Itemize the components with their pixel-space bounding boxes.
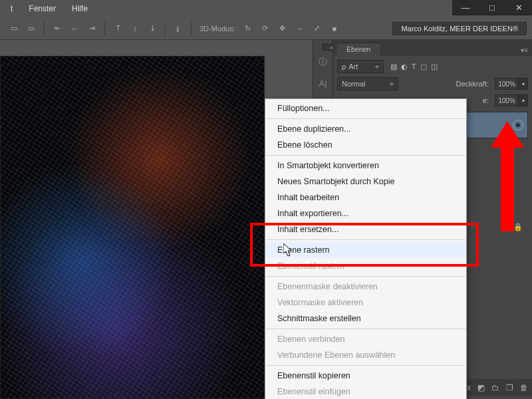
separator [165, 21, 166, 36]
info-panel-icon[interactable]: ⓘ [317, 56, 329, 68]
tab-ebenen[interactable]: Ebenen [337, 43, 380, 56]
minimize-button[interactable]: — [452, 0, 479, 15]
panel-tabs: Ebenen ▾≡ [333, 40, 532, 56]
menu-separator [266, 329, 466, 329]
filter-adjust-icon[interactable]: ◐ [401, 63, 408, 71]
menu-separator [266, 155, 466, 156]
ctx-item-6[interactable]: Neues Smartobjekt durch Kopie [265, 174, 466, 190]
separator [191, 21, 192, 36]
align-center-h-icon[interactable]: ↔ [67, 21, 82, 36]
close-button[interactable]: ✕ [505, 0, 532, 15]
opacity-value: 100% [495, 78, 519, 90]
options-bar: ▭ ▭ ⇤ ↔ ⇥ ⤒ ↕ ⤓ ⫿ 3D-Modus: ↻ ⟳ ✥ ↔ ⤢ ■ … [0, 17, 532, 40]
distribute-icon[interactable]: ⫿ [171, 21, 186, 36]
layer-filter-select[interactable]: ρ Art ÷ [337, 60, 384, 73]
visibility-toggle-icon[interactable] [513, 120, 523, 130]
mode3d-zoom-icon[interactable]: ⤢ [310, 21, 325, 36]
layer-mask-icon[interactable]: ◩ [477, 383, 485, 392]
mode3d-camera-icon[interactable]: ■ [327, 21, 342, 36]
ctx-item-12: Ebenenstil rastern [265, 258, 466, 274]
ctx-item-2[interactable]: Ebene duplizieren... [265, 121, 466, 137]
panel-menu-icon[interactable]: ▾≡ [517, 45, 532, 56]
filter-shape-icon[interactable]: ▢ [420, 63, 427, 71]
menu-truncated[interactable]: t [3, 1, 21, 16]
filter-smart-icon[interactable]: ◫ [431, 63, 438, 71]
menu-hilfe[interactable]: Hilfe [64, 1, 96, 16]
new-layer-icon[interactable]: ❐ [506, 383, 513, 392]
align-left-icon[interactable]: ⇤ [50, 21, 65, 36]
ctx-item-0[interactable]: Fülloptionen... [265, 100, 466, 116]
opacity-label: Deckkraft: [456, 80, 489, 88]
fill-dropdown-icon[interactable]: ▾ [519, 94, 528, 106]
canvas[interactable] [0, 56, 265, 399]
fill-value: 100% [495, 94, 519, 106]
mode3d-roll-icon[interactable]: ⟳ [258, 21, 273, 36]
align-right-icon[interactable]: ⇥ [84, 21, 99, 36]
menu-separator [266, 365, 466, 366]
ctx-item-3[interactable]: Ebene löschen [265, 137, 466, 153]
layer-filter-value: Art [348, 63, 358, 70]
opacity-dropdown-icon[interactable]: ▾ [519, 78, 528, 90]
window-controls: — □ ✕ [452, 0, 532, 15]
opt-icon-2[interactable]: ▭ [24, 21, 39, 36]
align-center-v-icon[interactable]: ↕ [128, 21, 142, 36]
separator [44, 21, 45, 36]
fill-field[interactable]: 100% ▾ [493, 94, 528, 106]
ctx-item-16[interactable]: Schnittmaske erstellen [265, 311, 466, 327]
menu-separator [266, 118, 466, 119]
new-group-icon[interactable]: 🗀 [491, 383, 499, 392]
maximize-button[interactable]: □ [479, 0, 505, 15]
blend-mode-select[interactable]: Normal÷ [337, 77, 398, 90]
mode3d-label: 3D-Modus: [200, 25, 235, 33]
align-top-icon[interactable]: ⤒ [110, 21, 125, 36]
ctx-item-5[interactable]: In Smartobjekt konvertieren [265, 158, 466, 174]
filter-type-icon[interactable]: T [412, 63, 416, 71]
ctx-item-18: Ebenen verbinden [265, 331, 466, 347]
ctx-item-22: Ebenenstil einfügen [265, 384, 466, 399]
menu-separator [266, 239, 466, 240]
lock-icon[interactable]: 🔒 [513, 223, 523, 231]
filter-image-icon[interactable]: ▧ [390, 63, 397, 71]
mode3d-slide-icon[interactable]: ↔ [293, 21, 307, 36]
fill-label: e: [483, 96, 489, 104]
blend-mode-value: Normal [342, 80, 365, 88]
ctx-item-7[interactable]: Inhalt bearbeiten [265, 190, 466, 205]
mode3d-rotate-icon[interactable]: ↻ [241, 21, 255, 36]
delete-layer-icon[interactable]: 🗑 [520, 383, 528, 392]
menu-separator [266, 276, 466, 277]
menu-fenster[interactable]: Fenster [21, 1, 64, 16]
ctx-item-9[interactable]: Inhalt ersetzen... [265, 221, 466, 237]
ctx-item-15: Vektormaske aktivieren [265, 295, 466, 311]
ctx-item-19: Verbundene Ebenen auswählen [265, 347, 466, 363]
ctx-item-11[interactable]: Ebene rastern [265, 242, 466, 258]
ctx-item-8[interactable]: Inhalt exportieren... [265, 205, 466, 221]
workspace-switcher[interactable]: Marco Kolditz, MEER DER IDEEN® [392, 22, 527, 35]
character-panel-icon[interactable]: A| [317, 77, 329, 89]
separator [104, 21, 105, 36]
opacity-field[interactable]: 100% ▾ [493, 78, 528, 90]
align-bottom-icon[interactable]: ⤓ [145, 21, 160, 36]
layer-context-menu: Fülloptionen...Ebene duplizieren...Ebene… [265, 98, 467, 399]
ctx-item-21[interactable]: Ebenenstil kopieren [265, 368, 466, 384]
opt-icon-1[interactable]: ▭ [7, 21, 21, 36]
mode3d-pan-icon[interactable]: ✥ [275, 21, 290, 36]
menu-bar: t Fenster Hilfe [0, 0, 98, 17]
ctx-item-14: Ebenenmaske deaktivieren [265, 279, 466, 295]
